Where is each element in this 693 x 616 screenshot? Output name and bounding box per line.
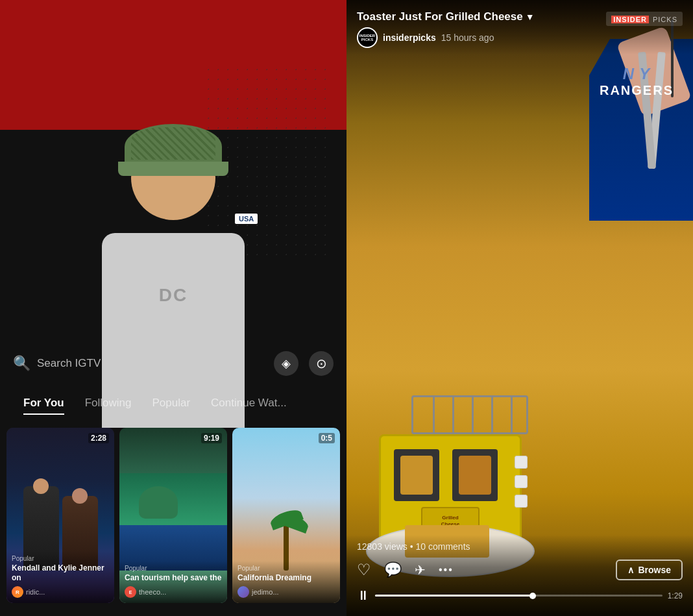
view-stats: 12803 views • 10 comments [357, 541, 683, 552]
search-icon: 🔍 [13, 355, 30, 372]
progress-fill [375, 595, 533, 597]
comment-icon[interactable]: 💬 [384, 561, 402, 578]
avatar-eco: E [125, 586, 136, 598]
progress-row: ⏸ 1:29 [357, 588, 683, 603]
avatar-ridic: R [12, 586, 23, 598]
hat-usa-text: USA [235, 214, 258, 224]
browse-button[interactable]: ∧ Browse [616, 560, 683, 580]
card-2-info: Popular Can tourism help save the E thee… [119, 561, 227, 603]
cap-pattern [131, 127, 215, 160]
card-1-info: Popular Kendall and Kylie Jenner on R ri… [6, 551, 114, 603]
tab-following[interactable]: Following [75, 391, 142, 415]
card-3-author-name: jedimo... [252, 588, 279, 596]
author-name[interactable]: insiderpicks [383, 32, 436, 43]
figure-2-head [72, 488, 88, 504]
metal-rack [411, 395, 528, 434]
card-2-avatar: E [125, 586, 136, 598]
tab-popular[interactable]: Popular [141, 391, 201, 415]
card-1-author-row: R ridic... [12, 586, 109, 598]
card-3-duration: 0:5 [319, 433, 335, 443]
card-2-title: Can tourism help save the [125, 573, 222, 584]
figure-1-head [33, 478, 49, 494]
toaster-knob-3 [515, 495, 528, 508]
browse-label: Browse [638, 565, 671, 575]
video-card-1[interactable]: 2:28 Popular Kendall and Kylie Jenner on… [6, 428, 114, 603]
ny-rangers-jersey: N Y RANGERS [600, 65, 674, 98]
insider-brand-text: INSIDER PICKS [611, 16, 677, 23]
card-3-author-row: jedimo... [237, 586, 335, 598]
insider-logo: INSIDERPICKS [358, 29, 376, 47]
shirt-text: DC [159, 285, 188, 306]
pause-icon[interactable]: ⏸ [357, 588, 370, 603]
insider-picks-badge: INSIDER PICKS [606, 12, 683, 26]
card-1-badge: Popular [12, 555, 109, 562]
video-card-3[interactable]: 0:5 Popular California Dreaming jedimo..… [232, 428, 340, 603]
chevron-up-icon: ∧ [627, 565, 634, 575]
rangers-text: RANGERS [600, 83, 674, 98]
bread-in-slot-2 [459, 456, 491, 495]
dropdown-arrow-icon[interactable]: ▼ [526, 12, 535, 22]
rack-bar-1 [433, 397, 435, 432]
toaster-slot-1 [394, 449, 439, 501]
island [139, 486, 178, 519]
left-panel: USA DC 🔍 Search IGTV ◈ ⊙ For You Followi… [0, 0, 346, 616]
video-title-bar: Toaster Just For Grilled Cheese ▼ INSIDE… [346, 0, 693, 55]
card-2-duration: 9:19 [201, 433, 222, 443]
rack-bar-2 [452, 397, 454, 432]
landscape [119, 473, 227, 571]
card-1-author-name: ridic... [26, 588, 45, 596]
author-row: INSIDERPICKS insiderpicks 15 hours ago [357, 27, 683, 48]
tab-continue-watching[interactable]: Continue Wat... [201, 391, 297, 415]
more-options-icon[interactable]: ••• [439, 564, 454, 576]
card-1-avatar: R [12, 586, 23, 598]
progress-bar[interactable] [375, 595, 663, 597]
search-placeholder[interactable]: Search IGTV [37, 357, 267, 370]
card-3-avatar [237, 586, 249, 598]
send-icon[interactable]: ✈ [415, 562, 426, 578]
settings-icon[interactable]: ⊙ [309, 351, 334, 376]
time-current: 1:29 [668, 591, 683, 600]
card-1-duration: 2:28 [88, 433, 109, 443]
compass-icon[interactable]: ◈ [274, 351, 298, 376]
cap-brim: USA [118, 162, 228, 176]
toaster-knob-2 [515, 475, 528, 488]
rack-bar-3 [472, 397, 474, 432]
views-count: 12803 views [357, 541, 407, 552]
tabs-row: For You Following Popular Continue Wat..… [0, 391, 346, 415]
search-icons-right: ◈ ⊙ [274, 351, 334, 376]
person-head: USA [131, 136, 215, 220]
video-cards-row: 2:28 Popular Kendall and Kylie Jenner on… [6, 428, 340, 603]
bread-in-slot [400, 456, 433, 495]
progress-dot [529, 593, 536, 599]
video-card-2[interactable]: 9:19 Popular Can tourism help save the E… [119, 428, 227, 603]
comments-count: 10 comments [416, 541, 470, 552]
tab-for-you[interactable]: For You [13, 391, 75, 415]
like-icon[interactable]: ♡ [357, 561, 371, 579]
rack-bar-4 [491, 397, 493, 432]
insider-logo-text: INSIDERPICKS [359, 34, 375, 42]
card-3-badge: Popular [237, 565, 335, 572]
toaster-knob-1 [515, 456, 528, 469]
ny-text: N Y [600, 65, 674, 83]
card-3-info: Popular California Dreaming jedimo... [232, 561, 340, 603]
bottom-controls: 12803 views • 10 comments ♡ 💬 ✈ ••• ∧ Br… [346, 535, 693, 616]
stats-separator: • [410, 541, 416, 552]
rack-bar-5 [511, 397, 513, 432]
search-bar: 🔍 Search IGTV ◈ ⊙ [13, 351, 334, 376]
card-1-title: Kendall and Kylie Jenner on [12, 563, 109, 584]
toaster-slot-2 [452, 449, 498, 501]
avatar-jedi [237, 586, 249, 598]
card-3-title: California Dreaming [237, 573, 335, 584]
author-time: 15 hours ago [441, 32, 494, 43]
card-2-badge: Popular [125, 565, 222, 572]
right-panel: N Y RANGERS GrilledCheeseCoaster NOSTALG… [346, 0, 693, 616]
card-2-author-name: theeco... [139, 588, 166, 596]
card-2-author-row: E theeco... [125, 586, 222, 598]
author-avatar[interactable]: INSIDERPICKS [357, 27, 378, 48]
video-title-text: Toaster Just For Grilled Cheese [357, 10, 523, 23]
action-row: ♡ 💬 ✈ ••• ∧ Browse [357, 560, 683, 580]
